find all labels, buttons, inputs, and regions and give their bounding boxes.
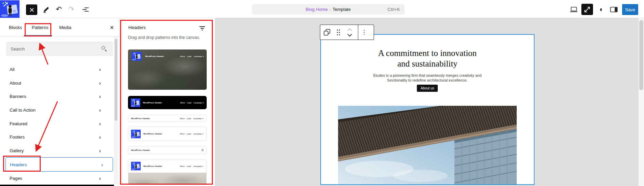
styles-button[interactable]: ◐ xyxy=(596,4,607,14)
pattern-preview-header: WordPress Header About Login Language ∨ xyxy=(128,49,207,63)
pattern-card-dark-image-header[interactable]: WordPress Header About Login Language ∨ xyxy=(128,49,207,90)
category-gallery[interactable]: Gallery › xyxy=(0,144,114,157)
pattern-preview-nav: About Login Language ∨ xyxy=(180,117,204,119)
filter-button[interactable] xyxy=(199,26,205,31)
pattern-card-menu-icon-header[interactable]: WordPress Header ≡ xyxy=(128,146,207,154)
close-icon xyxy=(29,8,34,12)
close-editor-button[interactable] xyxy=(26,4,37,15)
tab-blocks[interactable]: Blocks xyxy=(7,18,24,37)
template-preview-frame[interactable]: A commitment to innovation and sustainab… xyxy=(320,34,534,185)
chevron-right-icon: › xyxy=(99,94,101,99)
site-logo-icon xyxy=(131,129,141,139)
sidebar-panel-icon xyxy=(610,6,618,13)
about-us-button[interactable]: About us xyxy=(417,85,438,92)
redo-button[interactable]: ↷ xyxy=(66,4,76,14)
chevron-up-icon xyxy=(347,28,352,31)
close-icon: ✕ xyxy=(110,25,114,31)
canvas-scrollbar[interactable] xyxy=(639,18,644,186)
patterns-panel-title: Headers xyxy=(128,25,146,30)
select-parent-block-button[interactable] xyxy=(320,25,334,40)
chevron-right-icon: › xyxy=(101,162,103,168)
command-template-name: Blog Home xyxy=(306,7,327,12)
architecture-photo xyxy=(338,106,517,185)
chevron-right-icon: › xyxy=(99,80,101,86)
chevron-right-icon: › xyxy=(99,121,101,127)
pattern-card-black-bar-header[interactable]: WordPress Header About Login Language ∨ xyxy=(128,96,207,109)
chevron-right-icon: › xyxy=(99,107,101,113)
pattern-preview-header: WordPress Header ≡ xyxy=(128,146,206,154)
tab-patterns[interactable]: Patterns xyxy=(30,18,50,37)
pattern-search-box xyxy=(6,42,113,56)
pattern-preview-image xyxy=(128,173,206,185)
chevron-down-icon xyxy=(347,33,352,37)
pattern-preview-nav: About Login Language ∨ xyxy=(180,133,204,135)
command-separator: · xyxy=(330,7,331,12)
page-subtitle: Études is a pioneering firm that seamles… xyxy=(321,73,534,83)
zoom-out-toggle-button[interactable] xyxy=(581,4,593,15)
zoom-out-icon xyxy=(583,5,591,14)
pattern-preview-nav: About Login Language ∨ xyxy=(180,102,204,104)
chevron-right-icon: › xyxy=(99,134,101,140)
wordpress-site-editor: ↶ ↷ Blog Home · Template Ctrl+K xyxy=(0,0,644,186)
block-toolbar: ⋮ xyxy=(320,25,374,40)
close-inserter-button[interactable]: ✕ xyxy=(108,24,116,32)
site-icon-logo[interactable] xyxy=(0,0,20,18)
editor-canvas[interactable]: A commitment to innovation and sustainab… xyxy=(215,18,644,186)
list-view-icon xyxy=(82,6,89,13)
pencil-icon xyxy=(43,6,49,13)
document-overview-button[interactable] xyxy=(81,5,90,14)
drag-dots-icon xyxy=(336,29,340,36)
active-tab-indicator xyxy=(24,35,52,37)
overlapping-blocks-icon xyxy=(323,29,331,36)
chevron-right-icon: › xyxy=(99,148,101,154)
tab-media[interactable]: Media xyxy=(57,18,73,37)
pattern-preview-header: WordPress Header About Login Language ∨ xyxy=(128,115,206,122)
edit-mode-button[interactable] xyxy=(41,5,51,14)
inserter-panel: Blocks Patterns Media ✕ All › About › xyxy=(0,18,120,186)
settings-sidebar-toggle-button[interactable] xyxy=(609,5,619,14)
move-down-button[interactable] xyxy=(346,32,354,38)
command-entity-type: Template xyxy=(333,7,351,12)
left-panel-scrollbar[interactable] xyxy=(114,37,118,185)
category-banners[interactable]: Banners › xyxy=(0,89,114,103)
pattern-card-light-image-header[interactable]: WordPress Header About Login Language ∨ xyxy=(128,159,207,185)
drag-handle[interactable] xyxy=(334,25,343,40)
save-button[interactable]: Save xyxy=(622,4,638,15)
redo-icon: ↷ xyxy=(68,5,74,13)
site-logo-icon xyxy=(131,161,141,171)
chevron-right-icon: › xyxy=(99,67,101,72)
patterns-panel-hint: Drag and drop patterns into the canvas. xyxy=(128,35,210,40)
inserter-tabs: Blocks Patterns Media ✕ xyxy=(0,18,120,37)
command-center-bar[interactable]: Blog Home · Template Ctrl+K xyxy=(252,4,404,15)
command-shortcut-hint: Ctrl+K xyxy=(388,7,400,12)
site-logo-icon xyxy=(131,98,140,107)
pattern-preview-header: WordPress Header About Login Language ∨ xyxy=(128,159,206,173)
pattern-preview-header: WordPress Header About Login Language ∨ xyxy=(128,96,207,109)
category-all[interactable]: All › xyxy=(0,62,114,76)
category-headers[interactable]: Headers › xyxy=(5,157,113,172)
block-options-button[interactable]: ⋮ xyxy=(358,25,370,40)
move-up-button[interactable] xyxy=(346,27,354,32)
scrollbar-thumb[interactable] xyxy=(639,20,643,90)
category-footers[interactable]: Footers › xyxy=(0,130,114,144)
editor-top-bar: ↶ ↷ Blog Home · Template Ctrl+K xyxy=(0,0,644,18)
site-logo-icon xyxy=(131,52,142,61)
page-heading: A commitment to innovation and sustainab… xyxy=(321,48,534,69)
category-pages[interactable]: Pages › xyxy=(0,171,114,185)
category-featured[interactable]: Featured › xyxy=(0,117,114,130)
category-about[interactable]: About › xyxy=(0,76,114,90)
pattern-preview-nav: About Login Language ∨ xyxy=(180,165,204,167)
undo-button[interactable]: ↶ xyxy=(54,4,64,14)
undo-icon: ↶ xyxy=(56,5,62,13)
patterns-results-panel: Headers Drag and drop patterns into the … xyxy=(120,18,215,186)
pattern-preview-nav: About Login Language ∨ xyxy=(180,55,204,57)
search-input[interactable] xyxy=(6,42,113,56)
category-call-to-action[interactable]: Call to Action › xyxy=(0,103,114,117)
hamburger-menu-icon: ≡ xyxy=(202,148,204,152)
pattern-card-plain-text-header[interactable]: WordPress Header About Login Language ∨ xyxy=(128,115,207,122)
pattern-card-logo-bar-header[interactable]: WordPress Header About Login Language ∨ xyxy=(128,127,207,141)
laptop-icon xyxy=(570,6,578,13)
scrollbar-thumb[interactable] xyxy=(115,39,117,121)
device-preview-button[interactable] xyxy=(569,5,579,14)
bottom-black-strip xyxy=(0,185,114,186)
